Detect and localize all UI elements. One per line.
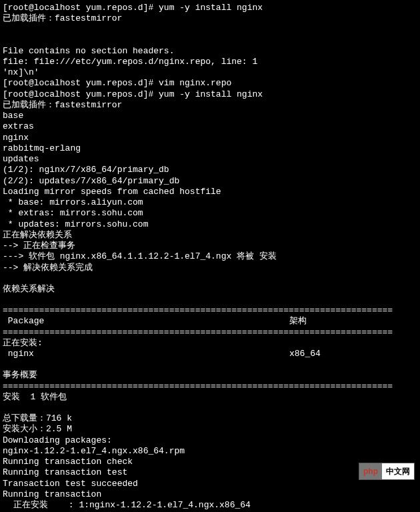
terminal-line: rabbitmq-erlang [3,143,420,154]
separator-eq: ========================================… [3,305,420,316]
terminal-line: 正在解决依赖关系 [3,230,420,241]
terminal-line: 已加载插件：fastestmirror [3,100,420,111]
terminal-line: 正在安装 : 1:nginx-1.12.2-1.el7_4.ngx.x86_64 [3,500,420,511]
terminal-line: 安装 1 软件包 [3,392,420,403]
table-row: nginx x86_64 [3,349,420,359]
col-package: Package [3,316,289,327]
col-arch: 架构 [289,316,307,327]
terminal-line: base [3,111,420,121]
terminal-line: [root@localhost yum.repos.d]# yum -y ins… [3,89,420,100]
terminal-line: updates [3,154,420,165]
terminal-line: [root@localhost yum.repos.d]# yum -y ins… [3,3,420,13]
terminal-line: Loading mirror speeds from cached hostfi… [3,187,420,197]
php-badge-right: 中文网 [382,463,414,479]
terminal-line: --> 解决依赖关系完成 [3,263,420,273]
table-header: Package 架构 [3,316,420,327]
terminal-line: nginx [3,133,420,143]
blank-line [3,35,420,46]
terminal-line: 事务概要 [3,370,420,381]
terminal-line: 依赖关系解决 [3,284,420,295]
terminal-line: Running transaction [3,489,420,500]
terminal-line: extras [3,121,420,132]
separator-eq: ========================================… [3,381,420,392]
terminal-line: 'nx]\n' [3,67,420,78]
terminal-line: (1/2): nginx/7/x86_64/primary_db [3,165,420,175]
cell-package: nginx [3,349,289,359]
php-badge-text: php [363,467,378,477]
terminal-line: Downloading packages: [3,435,420,446]
php-badge-left: php [359,463,382,479]
separator-eq: ========================================… [3,327,420,338]
terminal-line: Transaction test succeeded [3,479,420,489]
terminal-line: nginx-1.12.2-1.el7_4.ngx.x86_64.rpm [3,446,420,457]
blank-line [3,273,420,284]
terminal-line: file: file:///etc/yum.repos.d/nginx.repo… [3,57,420,67]
terminal-line: 正在安装: [3,338,420,349]
terminal-line: (2/2): updates/7/x86_64/primary_db [3,176,420,187]
terminal-line: --> 正在检查事务 [3,241,420,251]
terminal-line: 总下载量：716 k [3,413,420,424]
terminal-line: Running transaction test [3,467,420,478]
cell-arch: x86_64 [289,349,321,359]
terminal-line: Running transaction check [3,457,420,467]
terminal-line: * updates: mirrors.sohu.com [3,219,420,230]
terminal-line: * base: mirrors.aliyun.com [3,197,420,208]
terminal-line: ---> 软件包 nginx.x86_64.1.1.12.2-1.el7_4.n… [3,251,420,262]
blank-line [3,25,420,35]
blank-line [3,403,420,413]
terminal-line: 安装大小：2.5 M [3,424,420,435]
terminal-line: [root@localhost yum.repos.d]# vim nginx.… [3,78,420,89]
terminal-line: 已加载插件：fastestmirror [3,13,420,24]
terminal-line: File contains no section headers. [3,46,420,57]
terminal-line: * extras: mirrors.sohu.com [3,208,420,219]
php-watermark-badge: php 中文网 [359,463,415,480]
blank-line [3,359,420,370]
blank-line [3,295,420,305]
